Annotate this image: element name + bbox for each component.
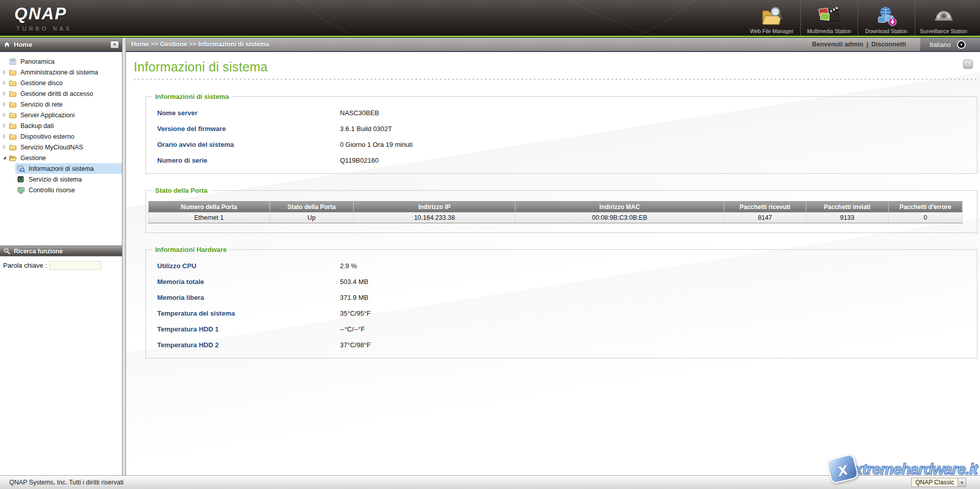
sidebar-item-panoramica[interactable]: Panoramica: [0, 56, 122, 67]
info-row-memoria-totale: Memoria totale503.4 MB: [146, 274, 977, 290]
info-label: Nome server: [146, 109, 340, 117]
hardware-info-legend: Informazioni Hardware: [152, 246, 230, 253]
folder-icon: [9, 90, 17, 98]
table-cell: 0: [888, 213, 962, 223]
port-status-legend: Stato della Porta: [152, 187, 211, 194]
language-label: Italiano: [929, 41, 951, 48]
sidebar-item-label: Controllo risorse: [29, 187, 75, 194]
sidebar-item-gestione[interactable]: Gestione: [0, 152, 122, 163]
sidebar-item-label: Gestione diritti di accesso: [20, 90, 93, 97]
column-header-pacchetti-inviati: Pacchetti inviati: [806, 201, 888, 213]
nav-tree: PanoramicaAmministrazione di sistemaGest…: [0, 52, 122, 246]
info-label: Memoria totale: [146, 278, 340, 286]
sidebar-collapse-button[interactable]: «: [110, 41, 119, 48]
folder-icon: [9, 68, 17, 76]
sidebar-item-amministrazione-di-sistema[interactable]: Amministrazione di sistema: [0, 67, 122, 78]
top-header: QNAP TURBO NAS Web File ManagerMultimedi…: [0, 0, 980, 36]
keyword-label: Parola chiave :: [3, 262, 47, 269]
info-row-nome-server: Nome serverNASC30BEB: [146, 105, 977, 121]
sidebar-item-servizio-di-rete[interactable]: Servizio di rete: [0, 99, 122, 110]
search-panel-header: Ricerca funzione: [0, 246, 122, 256]
expand-arrow-icon[interactable]: [3, 123, 9, 128]
app-label: Web File Manager: [750, 28, 794, 34]
header-app-launcher: Web File ManagerMultimedia StationDownlo…: [743, 0, 972, 36]
resource-monitor-icon: [17, 186, 26, 194]
info-value: 503.4 MB: [340, 278, 369, 286]
expand-arrow-icon[interactable]: [3, 145, 9, 150]
expand-arrow-icon[interactable]: [3, 134, 9, 139]
sidebar-item-servizio-di-sistema[interactable]: Servizio di sistema: [15, 174, 122, 185]
help-button[interactable]: ?: [963, 60, 973, 69]
sidebar-item-dispositivo-esterno[interactable]: Dispositivo esterno: [0, 131, 122, 142]
sidebar-item-servizio-mycloudnas[interactable]: Servizio MyCloudNAS: [0, 142, 122, 152]
sidebar-item-gestione-diritti-di-accesso[interactable]: Gestione diritti di accesso: [0, 88, 122, 99]
keyword-input[interactable]: [50, 261, 102, 270]
column-header-pacchetti-ricevuti: Pacchetti ricevuti: [724, 201, 806, 213]
port-status-table: Numero della PortaStato della PortaIndir…: [148, 201, 963, 223]
system-info-section: Informazioni di sistema Nome serverNASC3…: [145, 93, 977, 174]
xtremehardware-watermark: x xtremehardware.it: [828, 456, 977, 481]
system-info-legend: Informazioni di sistema: [152, 93, 232, 100]
xtremehardware-logo-icon: x: [825, 453, 859, 484]
expand-arrow-icon[interactable]: [3, 102, 9, 107]
copyright-text: QNAP Systems, Inc. Tutti i diritti riser…: [9, 479, 124, 486]
sidebar-item-label: Servizio di rete: [20, 101, 63, 108]
table-cell: 00:08:9B:C3:0B:EB: [516, 213, 724, 223]
language-dropdown-icon[interactable]: [957, 40, 966, 49]
table-cell: 8147: [724, 213, 806, 223]
qnap-admin-window: QNAP TURBO NAS Web File ManagerMultimedi…: [0, 0, 980, 489]
app-surveillance-station[interactable]: Surveillance Station: [915, 0, 972, 36]
sidebar-item-label: Servizio di sistema: [29, 176, 82, 183]
app-web-file-manager[interactable]: Web File Manager: [743, 0, 800, 36]
column-header-pacchetti-d-errore: Pacchetti d'errore: [888, 201, 962, 213]
search-panel-body: Parola chiave :: [0, 256, 122, 274]
expand-arrow-icon[interactable]: [3, 91, 9, 96]
info-label: Utilizzo CPU: [146, 262, 340, 270]
sidebar-item-label: Backup dati: [20, 122, 54, 130]
sidebar-header: Home «: [0, 38, 122, 52]
folder-icon: [9, 111, 17, 119]
sidebar-item-server-applicazioni[interactable]: Server Applicazioni: [0, 110, 122, 120]
app-multimedia-station[interactable]: Multimedia Station: [800, 0, 857, 36]
brand-tagline: TURBO NAS: [16, 25, 72, 32]
language-selector[interactable]: Italiano: [920, 38, 980, 51]
sidebar-item-controllo-risorse[interactable]: Controllo risorse: [15, 185, 122, 195]
download-station-icon: [875, 6, 898, 27]
sidebar-item-label: Amministrazione di sistema: [20, 69, 98, 76]
collapse-arrow-icon[interactable]: [3, 156, 9, 161]
xtremehardware-text: xtremehardware.it: [854, 460, 977, 478]
info-row-temperatura-hdd-2: Temperatura HDD 237°C/98°F: [146, 337, 977, 353]
expand-arrow-icon[interactable]: [3, 113, 9, 118]
sidebar-item-label: Panoramica: [20, 58, 55, 65]
page-body: Informazioni di sistema ? Informazioni d…: [126, 52, 980, 475]
folder-icon: [9, 122, 17, 130]
info-value: --°C/--°F: [340, 325, 365, 333]
sidebar-splitter[interactable]: [122, 38, 126, 475]
tree-spacer: [3, 59, 9, 64]
sidebar-item-gestione-disco[interactable]: Gestione disco: [0, 78, 122, 88]
sidebar-item-label: Server Applicazioni: [20, 112, 75, 119]
sidebar-item-backup-dati[interactable]: Backup dati: [0, 120, 122, 131]
info-value: 35°C/95°F: [340, 310, 371, 317]
app-download-station[interactable]: Download Station: [857, 0, 915, 36]
column-header-indirizzo-mac: Indirizzo MAC: [516, 201, 724, 213]
folder-icon: [9, 79, 17, 87]
sidebar-item-label: Informazioni di sistema: [29, 165, 94, 172]
logout-link[interactable]: Disconnetti: [871, 41, 906, 48]
info-label: Temperatura del sistema: [146, 310, 340, 317]
app-label: Surveillance Station: [920, 28, 967, 34]
expand-arrow-icon[interactable]: [3, 70, 9, 75]
info-label: Versione del firmware: [146, 125, 340, 133]
qnap-logo: QNAP: [14, 4, 72, 23]
info-label: Temperatura HDD 2: [146, 341, 340, 349]
breadcrumb: Home >> Gestione >> Informazioni di sist…: [131, 41, 269, 48]
table-row: Ethernet 1Up10.164.233.3800:08:9B:C3:0B:…: [149, 213, 963, 223]
search-icon: [3, 247, 11, 255]
web-file-manager-icon: [760, 6, 783, 27]
sidebar-item-informazioni-di-sistema[interactable]: Informazioni di sistema: [15, 163, 122, 174]
info-row-versione-del-firmware: Versione del firmware3.6.1 Build 0302T: [146, 121, 977, 137]
expand-arrow-icon[interactable]: [3, 81, 9, 86]
title-divider: [134, 79, 979, 80]
column-header-numero-della-porta: Numero della Porta: [149, 201, 270, 213]
folder-icon: [9, 100, 17, 109]
